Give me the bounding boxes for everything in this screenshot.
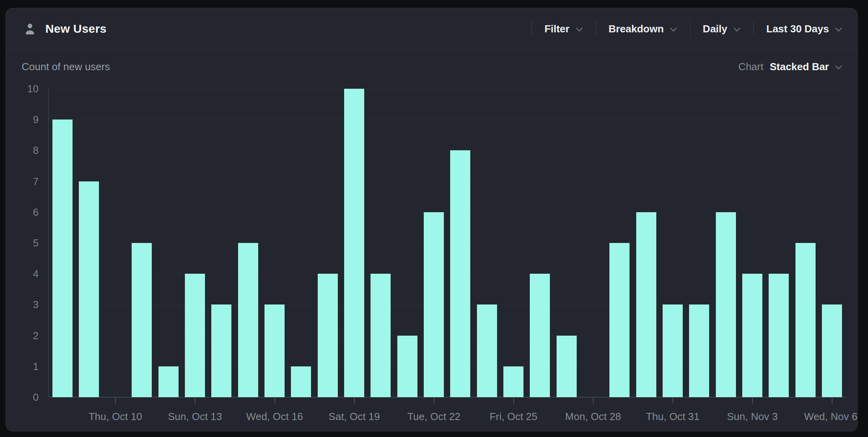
bar-day-21[interactable]: [609, 243, 630, 397]
bar-day-16[interactable]: [477, 304, 497, 397]
bar-day-29[interactable]: [822, 304, 842, 397]
x-axis-tick: [434, 398, 434, 403]
bar-day-12[interactable]: [371, 274, 391, 397]
bar-day-4[interactable]: [158, 366, 179, 397]
bar-day-25[interactable]: [716, 212, 736, 397]
bar-day-22[interactable]: [636, 212, 656, 397]
y-axis-label: 6: [15, 206, 39, 218]
x-axis-label: Wed, Oct 16: [246, 411, 303, 423]
bar-day-15[interactable]: [450, 150, 470, 397]
x-axis-label: Thu, Oct 31: [646, 411, 700, 423]
bar-day-9[interactable]: [291, 366, 311, 397]
x-axis-tick: [752, 398, 753, 403]
y-axis-label: 5: [15, 237, 39, 249]
x-axis-label: Tue, Oct 22: [407, 411, 460, 423]
y-axis-label: 7: [15, 175, 39, 187]
bar-day-18[interactable]: [530, 274, 550, 397]
y-axis-label: 1: [15, 360, 39, 372]
bar-day-27[interactable]: [769, 274, 789, 397]
bar-day-1[interactable]: [79, 181, 99, 397]
bar-chart: 012345678910Thu, Oct 10Sun, Oct 13Wed, O…: [6, 8, 857, 431]
x-axis-tick: [832, 398, 833, 403]
new-users-card: New Users Filter Breakdown Daily: [6, 8, 858, 431]
y-axis-label: 0: [15, 391, 39, 403]
y-axis-label: 10: [15, 83, 39, 95]
bar-day-3[interactable]: [132, 243, 152, 397]
x-axis-tick: [354, 398, 355, 403]
x-axis-tick: [195, 398, 196, 403]
y-axis-label: 8: [15, 144, 39, 157]
x-axis-tick: [115, 398, 116, 403]
bar-day-23[interactable]: [663, 304, 683, 397]
gridline: [48, 181, 846, 182]
x-axis-label: Fri, Oct 25: [490, 411, 537, 423]
bar-day-11[interactable]: [344, 89, 364, 397]
x-axis-label: Mon, Oct 28: [565, 411, 621, 423]
x-axis-tick: [672, 398, 673, 403]
bar-day-17[interactable]: [503, 366, 523, 397]
bar-day-24[interactable]: [689, 304, 709, 397]
x-axis-label: Sun, Nov 3: [727, 411, 778, 423]
x-axis-label: Sun, Oct 13: [168, 411, 222, 423]
bar-day-5[interactable]: [185, 274, 205, 397]
y-axis-label: 4: [15, 268, 39, 280]
bar-day-6[interactable]: [211, 304, 231, 397]
x-axis-label: Wed, Nov 6: [804, 411, 857, 423]
bar-day-13[interactable]: [397, 336, 417, 397]
y-axis-line: [48, 89, 49, 397]
x-axis-tick: [513, 398, 514, 403]
bar-day-7[interactable]: [238, 243, 258, 397]
x-axis-label: Sat, Oct 19: [329, 411, 380, 423]
bar-day-14[interactable]: [424, 212, 444, 397]
y-axis-label: 3: [15, 299, 39, 311]
bar-day-28[interactable]: [795, 243, 816, 397]
y-axis-label: 9: [15, 114, 39, 126]
x-axis-tick: [274, 398, 275, 403]
gridline: [48, 120, 846, 120]
bar-day-0[interactable]: [52, 120, 73, 397]
bar-day-8[interactable]: [264, 304, 285, 397]
bar-day-10[interactable]: [318, 274, 338, 397]
x-axis-tick: [593, 398, 594, 403]
bar-day-19[interactable]: [557, 336, 577, 397]
bar-day-26[interactable]: [742, 274, 762, 397]
gridline: [48, 150, 846, 151]
gridline: [48, 89, 846, 89]
y-axis-label: 2: [15, 329, 39, 342]
x-axis-label: Thu, Oct 10: [89, 411, 142, 423]
